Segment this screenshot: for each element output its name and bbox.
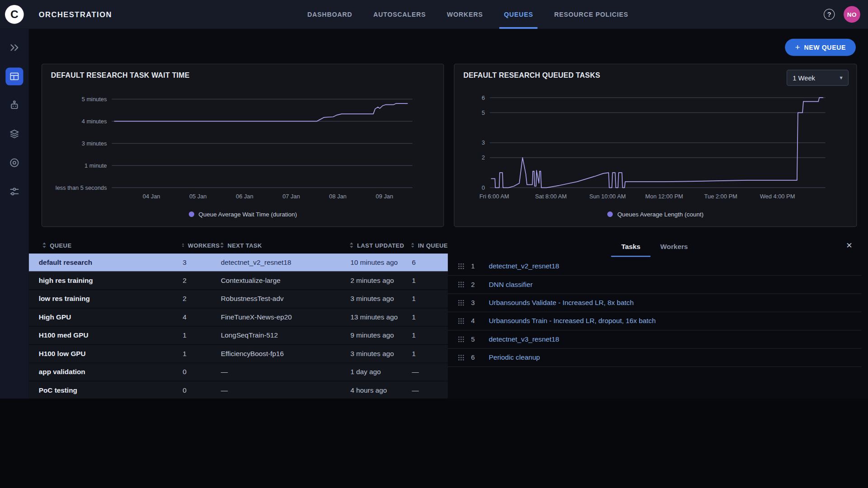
task-name-link[interactable]: Urbansounds Train - Increased LR, dropou… xyxy=(489,317,656,325)
legend-label: Queue Average Wait Time (duration) xyxy=(198,211,297,218)
plus-icon: + xyxy=(795,43,800,52)
workers-count: 0 xyxy=(182,386,220,394)
svg-text:6: 6 xyxy=(482,94,485,101)
drag-handle-icon[interactable] xyxy=(458,263,464,270)
drag-handle-icon[interactable] xyxy=(458,336,464,343)
next-task: — xyxy=(220,368,349,376)
time-range-select[interactable]: 1 Week ▾ xyxy=(787,70,849,86)
table-row[interactable]: high res training2Contextualize-large2 m… xyxy=(29,272,448,290)
next-task: FineTuneX-News-ep20 xyxy=(220,313,349,321)
list-item[interactable]: 6Periodic cleanup xyxy=(448,349,861,367)
task-name-link[interactable]: detectnet_v3_resnet18 xyxy=(489,335,559,343)
wait-time-chart-title: DEFAULT RESEARCH TASK WAIT TIME xyxy=(51,71,435,79)
tab-workers[interactable]: Workers xyxy=(650,239,698,257)
column-header-queue[interactable]: QUEUE xyxy=(29,242,182,249)
table-row[interactable]: low res training2RobustnessTest-adv3 min… xyxy=(29,290,448,308)
sidebar-item-getting-started[interactable] xyxy=(3,37,25,59)
task-name-link[interactable]: Urbansounds Validate - Increased LR, 8x … xyxy=(489,299,634,307)
close-icon[interactable]: ✕ xyxy=(846,241,852,249)
queue-name: default research xyxy=(29,258,182,266)
svg-text:07 Jan: 07 Jan xyxy=(282,193,300,200)
next-task: EfficiencyBoost-fp16 xyxy=(220,350,349,357)
svg-text:Wed 4:00 PM: Wed 4:00 PM xyxy=(760,193,795,200)
last-updated: 3 minutes ago xyxy=(349,295,411,303)
task-position: 1 xyxy=(471,263,489,270)
help-icon[interactable]: ? xyxy=(824,9,835,20)
task-position: 5 xyxy=(471,335,489,343)
nav-autoscalers[interactable]: AUTOSCALERS xyxy=(373,0,426,29)
table-row[interactable]: High GPU4FineTuneX-News-ep2013 minutes a… xyxy=(29,308,448,326)
task-name-link[interactable]: Periodic cleanup xyxy=(489,354,540,361)
last-updated: 3 minutes ago xyxy=(349,350,411,357)
avatar[interactable]: NO xyxy=(844,6,860,23)
queues-table: QUEUEWORKERSNEXT TASKLAST UPDATEDIN QUEU… xyxy=(29,237,448,399)
queue-details-panel: TasksWorkers ✕ 1detectnet_v2_resnet182DN… xyxy=(448,237,868,399)
table-row[interactable]: app validation0—1 day ago— xyxy=(29,363,448,381)
table-row[interactable]: PoC testing0—4 hours ago— xyxy=(29,381,448,399)
svg-text:4 minutes: 4 minutes xyxy=(82,118,107,125)
last-updated: 9 minutes ago xyxy=(349,332,411,339)
drag-handle-icon[interactable] xyxy=(458,281,464,288)
svg-text:05 Jan: 05 Jan xyxy=(189,193,207,200)
new-queue-button[interactable]: + NEW QUEUE xyxy=(785,39,856,56)
nav-dashboard[interactable]: DASHBOARD xyxy=(307,0,352,29)
top-nav: DASHBOARDAUTOSCALERSWORKERSQUEUESRESOURC… xyxy=(112,0,824,29)
pipelines-icon xyxy=(9,186,20,197)
charts-row: DEFAULT RESEARCH TASK WAIT TIME less tha… xyxy=(42,64,856,227)
sidebar-item-pipelines[interactable] xyxy=(3,180,25,202)
svg-text:Fri 6:00 AM: Fri 6:00 AM xyxy=(479,193,509,200)
wait-time-chart: less than 5 seconds1 minute3 minutes4 mi… xyxy=(51,81,435,207)
table-row[interactable]: default research3detectnet_v2_resnet1810… xyxy=(29,253,448,272)
svg-text:1 minute: 1 minute xyxy=(84,162,107,169)
queue-name: app validation xyxy=(29,368,182,376)
bottom-section: QUEUEWORKERSNEXT TASKLAST UPDATEDIN QUEU… xyxy=(29,237,868,399)
queued-tasks-chart-card: DEFAULT RESEARCH QUEUED TASKS 1 Week ▾ 0… xyxy=(454,64,857,227)
sidebar-item-layers[interactable] xyxy=(3,123,25,145)
clearml-logo-icon[interactable]: C xyxy=(5,5,24,24)
next-task: RobustnessTest-adv xyxy=(220,295,349,303)
list-item[interactable]: 3Urbansounds Validate - Increased LR, 8x… xyxy=(448,294,861,312)
list-item[interactable]: 1detectnet_v2_resnet18 xyxy=(448,258,861,276)
table-row[interactable]: H100 med GPU1LongSeqTrain-5129 minutes a… xyxy=(29,327,448,345)
sort-icon xyxy=(349,242,354,249)
drag-handle-icon[interactable] xyxy=(458,300,464,306)
sidebar-item-resource-groups[interactable] xyxy=(3,152,25,174)
column-label: IN QUEUE xyxy=(418,242,448,249)
svg-text:3: 3 xyxy=(482,139,485,146)
column-header-workers[interactable]: WORKERS xyxy=(182,242,220,249)
nav-queues[interactable]: QUEUES xyxy=(504,0,533,29)
column-label: WORKERS xyxy=(188,242,220,249)
svg-text:0: 0 xyxy=(482,184,485,191)
sidebar-item-workers[interactable] xyxy=(3,94,25,116)
task-name-link[interactable]: detectnet_v2_resnet18 xyxy=(489,263,559,270)
drag-handle-icon[interactable] xyxy=(458,318,464,324)
column-header-next-task[interactable]: NEXT TASK xyxy=(220,242,349,249)
svg-text:3 minutes: 3 minutes xyxy=(82,140,107,147)
column-header-in-queue[interactable]: IN QUEUE xyxy=(411,242,448,249)
list-item[interactable]: 2DNN classifier xyxy=(448,276,861,294)
svg-text:Tue 2:00 PM: Tue 2:00 PM xyxy=(704,193,737,200)
list-item[interactable]: 5detectnet_v3_resnet18 xyxy=(448,330,861,348)
sort-icon xyxy=(182,242,185,249)
in-queue-count: 1 xyxy=(411,295,448,303)
nav-workers[interactable]: WORKERS xyxy=(447,0,483,29)
sidebar-item-queues[interactable] xyxy=(3,66,25,88)
last-updated: 4 hours ago xyxy=(349,386,411,394)
list-item[interactable]: 4Urbansounds Train - Increased LR, dropo… xyxy=(448,312,861,330)
in-queue-count: 1 xyxy=(411,277,448,285)
resource-groups-icon xyxy=(9,157,20,169)
svg-text:5 minutes: 5 minutes xyxy=(82,96,107,103)
column-header-last-updated[interactable]: LAST UPDATED xyxy=(349,242,411,249)
drag-handle-icon[interactable] xyxy=(458,354,464,361)
tab-tasks[interactable]: Tasks xyxy=(611,239,650,257)
table-row[interactable]: H100 low GPU1EfficiencyBoost-fp163 minut… xyxy=(29,345,448,363)
next-task: — xyxy=(220,386,349,394)
app-title: ORCHESTRATION xyxy=(39,10,112,19)
queues-icon xyxy=(5,67,23,85)
app-viewport: C ORCHESTRATION DASHBOARDAUTOSCALERSWORK… xyxy=(0,0,868,399)
task-name-link[interactable]: DNN classifier xyxy=(489,281,533,288)
chevron-down-icon: ▾ xyxy=(840,75,842,80)
in-queue-count: 1 xyxy=(411,350,448,357)
double-chevron-icon xyxy=(9,42,20,53)
nav-resource-policies[interactable]: RESOURCE POLICIES xyxy=(554,0,628,29)
